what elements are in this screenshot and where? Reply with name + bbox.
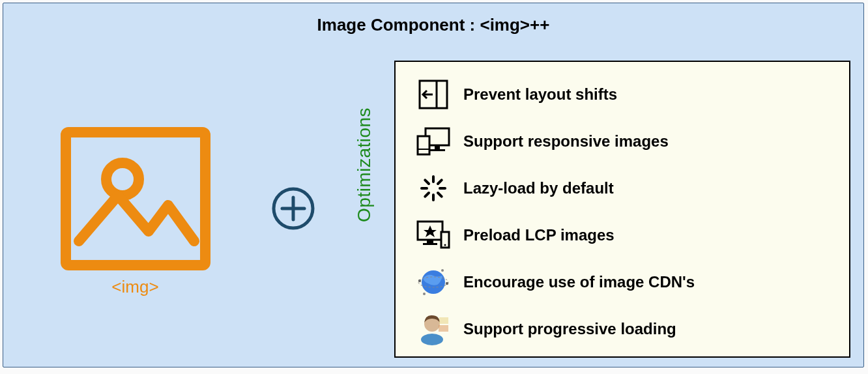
svg-point-30 [446,282,448,285]
svg-point-26 [444,244,446,246]
svg-line-18 [425,193,429,197]
svg-line-20 [425,180,429,184]
svg-line-14 [438,180,442,184]
optimization-label: Support progressive loading [459,320,837,338]
svg-point-32 [423,293,426,295]
svg-rect-24 [423,243,437,245]
layout-shift-icon [407,79,459,109]
optimization-label: Lazy-load by default [459,179,837,197]
svg-point-29 [418,280,421,282]
optimization-row: Lazy-load by default [407,165,837,212]
svg-rect-11 [418,136,429,154]
optimization-row: Support progressive loading [407,306,837,352]
optimization-row: Preload LCP images [407,212,837,259]
optimizations-box: Prevent layout shifts Support responsive… [394,61,850,358]
svg-rect-35 [439,317,448,324]
optimization-row: Support responsive images [407,118,837,165]
plus-icon [270,186,316,231]
img-tag-group: <img> [55,127,215,297]
image-placeholder-icon [61,127,210,270]
svg-rect-9 [435,145,440,149]
svg-rect-23 [427,240,433,243]
diagram-title: Image Component : <img>++ [3,15,863,35]
svg-rect-10 [429,149,445,151]
svg-line-16 [438,193,442,197]
optimization-label: Preload LCP images [459,226,837,244]
optimization-label: Prevent layout shifts [459,85,837,104]
img-caption: <img> [55,277,215,297]
optimization-label: Encourage use of image CDN's [459,273,837,291]
optimizations-label: Optimizations [354,108,375,222]
diagram-canvas: Image Component : <img>++ <img> Optimiza… [3,3,864,367]
svg-point-1 [106,163,139,195]
responsive-icon [407,127,459,156]
optimization-label: Support responsive images [459,132,837,151]
svg-rect-0 [66,132,205,265]
preload-icon [407,220,459,250]
spinner-icon [407,174,459,203]
svg-marker-22 [424,225,437,237]
optimization-row: Encourage use of image CDN's [407,259,837,306]
svg-rect-36 [439,325,448,332]
svg-point-31 [441,269,444,272]
optimization-row: Prevent layout shifts [407,71,837,118]
svg-point-33 [421,334,443,345]
globe-icon [407,266,459,298]
person-icon [407,312,459,346]
